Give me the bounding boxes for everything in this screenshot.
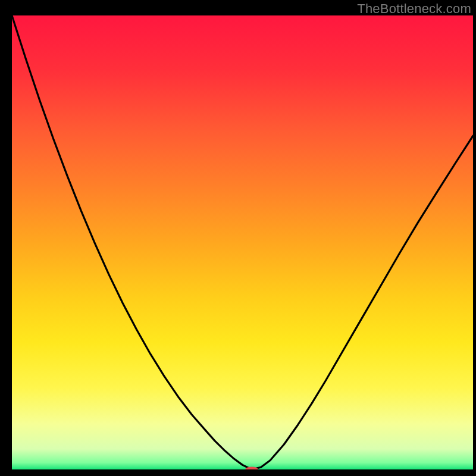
watermark-text: TheBottleneck.com: [357, 1, 471, 17]
chart-frame: TheBottleneck.com: [0, 0, 476, 476]
plot-background: [12, 15, 473, 469]
sweet-spot-marker: [245, 466, 258, 472]
bottleneck-chart: [0, 0, 476, 476]
